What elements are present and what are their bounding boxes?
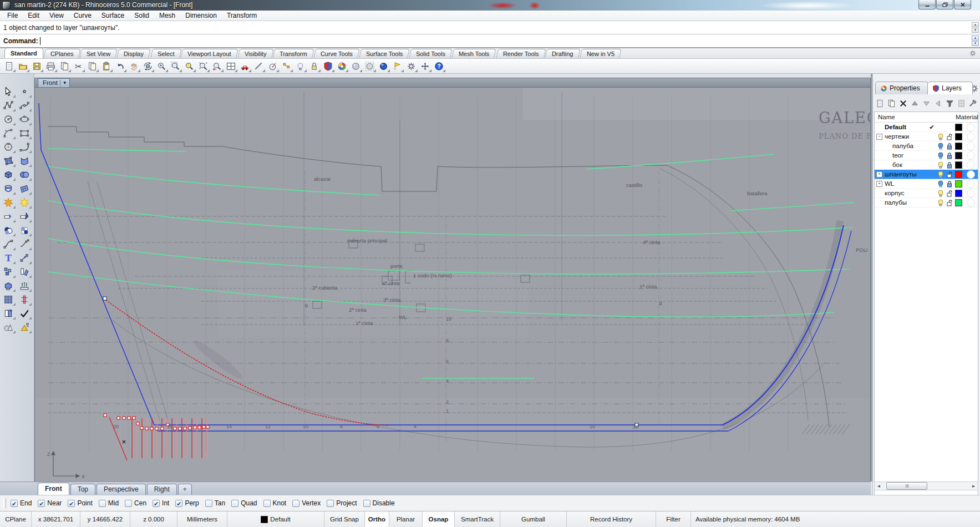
- checkbox-unchecked-icon[interactable]: [263, 500, 271, 507]
- osnap-near[interactable]: ✔Near: [38, 499, 62, 507]
- layer-material-circle[interactable]: [967, 133, 975, 141]
- save-button[interactable]: [30, 59, 44, 73]
- move-axes-button[interactable]: [418, 59, 432, 73]
- arc-button[interactable]: [1, 126, 16, 140]
- extend-curve-button[interactable]: [17, 237, 32, 251]
- command-line[interactable]: Command: ▲ ▼: [0, 34, 980, 48]
- toolbar-tab-set-view[interactable]: Set View: [79, 49, 118, 58]
- layer-row-палуба[interactable]: палуба: [875, 141, 978, 151]
- viewport-tab-right[interactable]: Right: [147, 484, 177, 495]
- status-y-14665-422[interactable]: y 14665.422: [80, 511, 130, 527]
- trim-button[interactable]: [1, 210, 16, 223]
- light-bulb-button[interactable]: [293, 59, 307, 73]
- toolbar-gear-icon[interactable]: [969, 49, 977, 57]
- checkbox-unchecked-icon[interactable]: [327, 500, 334, 507]
- checkbox-unchecked-icon[interactable]: [292, 500, 299, 507]
- scroll-up-icon[interactable]: ▲: [972, 22, 979, 27]
- pan-hand-button[interactable]: [127, 59, 141, 73]
- layer-material-button[interactable]: [957, 99, 966, 108]
- car-button[interactable]: [238, 59, 252, 73]
- toolbar-tab-curve-tools[interactable]: Curve Tools: [313, 49, 360, 58]
- toolbar-tab-drafting[interactable]: Drafting: [545, 49, 581, 58]
- surface-points-button[interactable]: [1, 154, 16, 168]
- layer-material-circle[interactable]: [967, 123, 975, 131]
- title-bar[interactable]: san martin-2 (274 KB) - Rhinoceros 5.0 C…: [0, 0, 980, 11]
- menu-surface[interactable]: Surface: [97, 11, 129, 20]
- checkbox-unchecked-icon[interactable]: [205, 500, 212, 507]
- status-ortho[interactable]: Ortho: [365, 511, 389, 527]
- explode-button[interactable]: [1, 196, 16, 209]
- surface-loft-button[interactable]: [17, 154, 32, 168]
- layer-lock-icon[interactable]: [945, 180, 954, 188]
- sphere-shaded-button[interactable]: [349, 59, 363, 73]
- filter-layers-button[interactable]: [945, 99, 954, 108]
- osnap-mid[interactable]: Mid: [99, 499, 119, 507]
- menu-mesh[interactable]: Mesh: [154, 11, 180, 20]
- fillet-corner-button[interactable]: [17, 140, 32, 154]
- osnap-end[interactable]: ✔End: [11, 499, 32, 507]
- zoom-dynamic-button[interactable]: [155, 59, 169, 73]
- circle-button[interactable]: [1, 113, 16, 126]
- osnap-tan[interactable]: Tan: [205, 499, 225, 507]
- layer-row-wl[interactable]: +WL: [875, 179, 978, 189]
- layer-visibility-bulb-icon[interactable]: [936, 199, 945, 206]
- toolbar-tab-standard[interactable]: Standard: [4, 48, 43, 58]
- layer-color-swatch[interactable]: [955, 161, 962, 169]
- toolbar-tab-select[interactable]: Select: [150, 49, 181, 58]
- paste-button[interactable]: [99, 59, 113, 73]
- layer-visibility-bulb-icon[interactable]: [936, 161, 945, 169]
- layer-visibility-bulb-icon[interactable]: [936, 171, 945, 178]
- rhino-app-icon[interactable]: [2, 1, 11, 9]
- toolbar-tab-viewport-layout[interactable]: Viewport Layout: [180, 49, 238, 58]
- array-grid-button[interactable]: [1, 293, 16, 306]
- menu-transform[interactable]: Transform: [222, 11, 262, 20]
- shield-check-button[interactable]: [321, 59, 335, 73]
- zoom-extents-button[interactable]: [196, 59, 210, 73]
- toolbar-tab-surface-tools[interactable]: Surface Tools: [359, 49, 410, 58]
- curve-interpolate-button[interactable]: [17, 99, 32, 112]
- copy-button[interactable]: [85, 59, 99, 73]
- move-down-layer-button[interactable]: [922, 99, 931, 108]
- layer-row-корпус[interactable]: корпус: [875, 189, 978, 198]
- solid-union-button[interactable]: [1, 279, 16, 292]
- match-layer-button[interactable]: [933, 99, 943, 108]
- move-points-button[interactable]: [17, 251, 32, 265]
- viewport-title-bar[interactable]: Front ▼: [34, 78, 871, 88]
- viewport-title-menu[interactable]: Front ▼: [38, 78, 70, 88]
- status-default[interactable]: Default: [227, 511, 324, 527]
- menu-curve[interactable]: Curve: [69, 11, 97, 20]
- layer-lock-icon[interactable]: [945, 152, 954, 159]
- checkbox-checked-icon[interactable]: ✔: [153, 500, 160, 507]
- split-button[interactable]: [17, 210, 32, 223]
- panel-tab-properties[interactable]: Properties: [875, 82, 928, 94]
- layer-lock-icon[interactable]: [945, 133, 954, 140]
- status-planar[interactable]: Planar: [389, 511, 423, 527]
- four-viewports-button[interactable]: [224, 59, 238, 73]
- layer-color-swatch[interactable]: [955, 124, 962, 131]
- layer-visibility-bulb-icon[interactable]: [936, 180, 945, 188]
- delete-layer-button[interactable]: [898, 99, 908, 108]
- zoom-selected-button[interactable]: [182, 59, 196, 73]
- layer-lock-icon[interactable]: [945, 143, 954, 150]
- spinner-up-icon[interactable]: ▲: [972, 36, 979, 40]
- extrude-up-button[interactable]: [17, 279, 32, 292]
- menu-dimension[interactable]: Dimension: [180, 11, 222, 20]
- layer-material-circle[interactable]: [967, 189, 975, 197]
- panel-tab-layers[interactable]: Layers: [927, 82, 973, 94]
- layer-tools-button[interactable]: [968, 99, 978, 108]
- menu-view[interactable]: View: [44, 11, 69, 20]
- osnap-project[interactable]: Project: [327, 499, 357, 507]
- restore-button[interactable]: [936, 0, 953, 9]
- checkbox-unchecked-icon[interactable]: [363, 500, 370, 507]
- layer-lock-icon[interactable]: [945, 199, 954, 206]
- osnap-cen[interactable]: Cen: [125, 499, 146, 507]
- status-x-38621-701[interactable]: x 38621.701: [32, 511, 80, 527]
- status-smarttrack[interactable]: SmartTrack: [455, 511, 500, 527]
- close-button[interactable]: [954, 0, 971, 9]
- lock-button[interactable]: [307, 59, 321, 73]
- osnap-perp[interactable]: ✔Perp: [175, 499, 199, 507]
- minimize-button[interactable]: [918, 0, 936, 9]
- polyline-button[interactable]: [1, 99, 16, 112]
- surface-network-button[interactable]: [17, 182, 32, 195]
- layer-material-circle[interactable]: [967, 180, 975, 188]
